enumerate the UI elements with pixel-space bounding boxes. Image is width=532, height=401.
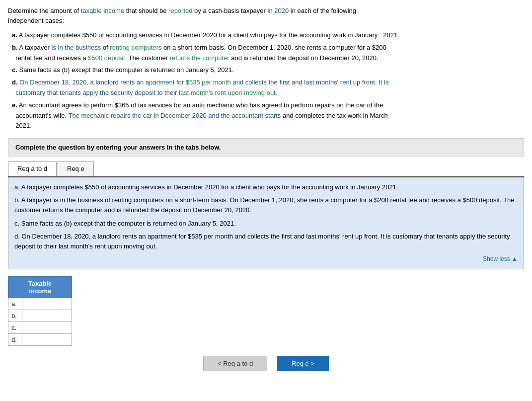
intro-text-line1: Determine the amount of taxable income t… <box>8 7 356 14</box>
content-area: a. A taxpayer completes $550 of accounti… <box>8 177 524 269</box>
input-cell-d[interactable] <box>22 333 72 345</box>
row-label-d: d. <box>8 333 22 345</box>
row-label-b: b. <box>8 310 22 321</box>
show-less-button[interactable]: Show less ▲ <box>14 254 518 264</box>
content-para-b: b. A taxpayer is in the business of rent… <box>14 195 518 215</box>
input-cell-a[interactable] <box>22 298 72 310</box>
case-d: d. On December 18, 2020, a landlord rent… <box>12 78 524 98</box>
tab-req-e-label: Req e <box>67 165 84 172</box>
content-para-a: a. A taxpayer completes $550 of accounti… <box>14 182 518 192</box>
table-row: c. <box>8 321 72 333</box>
table-row: b. <box>8 310 72 321</box>
row-label-a: a. <box>8 298 22 310</box>
tabs-container: Req a to d Req e <box>8 161 524 177</box>
row-label-c: c. <box>8 321 22 333</box>
next-button-label: Req e > <box>292 360 314 367</box>
nav-buttons: < Req a to d Req e > <box>8 356 524 371</box>
intro-paragraph: Determine the amount of taxable income t… <box>8 6 524 25</box>
prev-button[interactable]: < Req a to d <box>203 356 267 371</box>
income-table: Taxableincome a. b. c. <box>8 276 72 346</box>
tab-req-a-to-d-label: Req a to d <box>17 165 47 172</box>
tab-req-a-to-d[interactable]: Req a to d <box>8 161 57 176</box>
input-cell-c[interactable] <box>22 321 72 333</box>
instruction-box: Complete the question by entering your a… <box>8 138 524 157</box>
intro-text-line2: independent cases: <box>8 17 64 24</box>
table-section: Taxableincome a. b. c. <box>8 276 524 346</box>
case-b: b. A taxpayer is in the business of rent… <box>12 43 524 64</box>
input-a[interactable] <box>22 298 72 310</box>
table-row: a. <box>8 298 72 310</box>
cases-list: a. A taxpayer completes $550 of accounti… <box>12 30 524 131</box>
tab-req-e[interactable]: Req e <box>58 161 94 176</box>
table-row: d. <box>8 333 72 345</box>
instruction-text: Complete the question by entering your a… <box>15 144 221 151</box>
content-para-d: d. On December 18, 2020, a landlord rent… <box>14 232 518 251</box>
show-less-label: Show less ▲ <box>483 255 518 262</box>
input-c[interactable] <box>22 322 72 333</box>
input-cell-b[interactable] <box>22 310 72 321</box>
next-button[interactable]: Req e > <box>277 356 329 371</box>
case-a: a. A taxpayer completes $550 of accounti… <box>12 30 524 41</box>
input-d[interactable] <box>22 334 72 345</box>
content-para-c: c. Same facts as (b) except that the com… <box>14 219 518 229</box>
case-c: c. Same facts as (b) except that the com… <box>12 65 524 76</box>
table-header: Taxableincome <box>8 276 72 298</box>
case-e: e. An accountant agrees to perform $365 … <box>12 100 524 131</box>
prev-button-label: < Req a to d <box>218 360 253 367</box>
input-b[interactable] <box>22 310 72 321</box>
